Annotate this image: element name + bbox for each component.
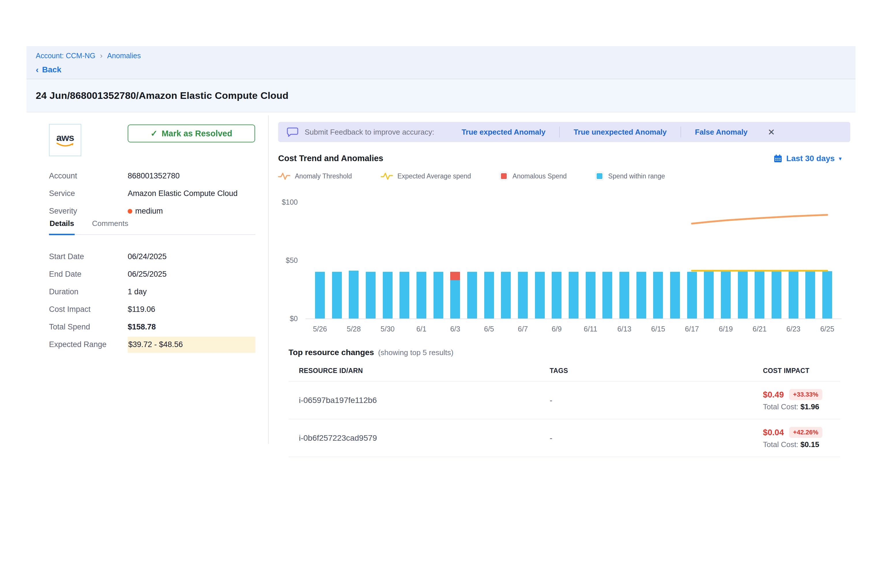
x-axis-tick: 6/19	[719, 325, 733, 333]
tab-comments[interactable]: Comments	[92, 219, 129, 234]
resource-id: i-0b6f257223cad9579	[299, 434, 550, 443]
x-axis-tick: 5/30	[381, 325, 394, 333]
x-axis-tick: 6/9	[552, 325, 562, 333]
x-axis-tick: 6/1	[417, 325, 427, 333]
cost-trend-chart: $100 $50 $0 5/265/285/306/16/36/56/76/96…	[278, 188, 850, 338]
summary-row-service: Service Amazon Elastic Compute Cloud	[49, 185, 255, 202]
x-axis-tick: 6/3	[450, 325, 460, 333]
detail-tabs: Details Comments	[49, 219, 255, 235]
resource-cost-impact: $0.04 +42.26% Total Cost: $0.15	[763, 427, 840, 449]
panel-divider	[268, 115, 268, 444]
back-arrow-icon: ‹	[36, 65, 39, 75]
blue-square-icon	[596, 172, 604, 180]
x-axis-tick: 6/23	[786, 325, 800, 333]
x-axis-tick: 6/17	[685, 325, 699, 333]
caret-down-icon: ▾	[839, 155, 842, 162]
close-icon[interactable]: ✕	[768, 127, 775, 137]
anomaly-detail-page: Account: CCM-NG › Anomalies ‹ Back 24 Ju…	[0, 0, 882, 588]
top-resource-changes: Top resource changes (showing top 5 resu…	[288, 348, 840, 457]
chart-plot: 5/265/285/306/16/36/56/76/96/116/136/156…	[306, 202, 842, 318]
chart-title: Cost Trend and Anomalies	[278, 154, 383, 163]
table-row: i-06597ba197fe112b6 - $0.49 +33.33% Tota…	[288, 382, 840, 419]
x-axis-tick: 6/7	[518, 325, 528, 333]
tab-details[interactable]: Details	[49, 219, 75, 235]
resource-tags: -	[550, 396, 763, 405]
calendar-icon	[774, 154, 782, 163]
resources-title: Top resource changes	[288, 348, 374, 357]
impact-percent-badge: +42.26%	[789, 427, 822, 438]
detail-row-expected-range: Expected Range $39.72 - $48.56	[49, 336, 255, 353]
y-axis-tick: $100	[278, 198, 298, 206]
detail-row-cost-impact: Cost Impact $119.06	[49, 301, 255, 318]
x-axis-line	[306, 318, 842, 319]
summary-list: Account 868001352780 Service Amazon Elas…	[49, 167, 255, 220]
chart-header: Cost Trend and Anomalies Last 30 days ▾	[278, 154, 850, 163]
breadcrumb-band: Account: CCM-NG › Anomalies ‹ Back	[27, 46, 855, 79]
anomaly-threshold-line	[692, 215, 827, 224]
mark-as-resolved-button[interactable]: ✓ Mark as Resolved	[128, 124, 255, 142]
resources-table: RESOURCE ID/ARN TAGS COST IMPACT i-06597…	[288, 367, 840, 457]
summary-row-severity: Severity medium	[49, 202, 255, 220]
detail-row-start-date: Start Date 06/24/2025	[49, 248, 255, 266]
chart-legend: Anomaly Threshold Expected Average spend…	[278, 172, 850, 180]
legend-expected-average-spend[interactable]: Expected Average spend	[381, 172, 471, 180]
trend-panel: Submit Feedback to improve accuracy: Tru…	[278, 115, 850, 457]
red-square-icon	[500, 172, 508, 180]
page-title: 24 Jun/868001352780/Amazon Elastic Compu…	[36, 90, 288, 101]
resource-cost-impact: $0.49 +33.33% Total Cost: $1.96	[763, 389, 840, 411]
feedback-bar: Submit Feedback to improve accuracy: Tru…	[278, 122, 850, 142]
x-axis-tick: 5/26	[313, 325, 327, 333]
feedback-divider	[681, 126, 681, 138]
detail-row-end-date: End Date 06/25/2025	[49, 266, 255, 283]
aws-provider-icon: aws	[49, 124, 81, 156]
detail-row-total-spend: Total Spend $158.78	[49, 318, 255, 336]
feedback-false-anomaly-button[interactable]: False Anomaly	[695, 128, 748, 136]
severity-dot-icon	[128, 209, 132, 214]
aws-smile-icon	[56, 142, 74, 148]
trend-lines	[306, 202, 842, 318]
pulse-line-yellow-icon	[381, 172, 393, 180]
breadcrumb-account-link[interactable]: Account: CCM-NG	[36, 52, 95, 60]
breadcrumb: Account: CCM-NG › Anomalies	[36, 51, 846, 60]
x-axis-tick: 6/5	[484, 325, 494, 333]
x-axis-tick: 6/15	[651, 325, 665, 333]
summary-row-account: Account 868001352780	[49, 167, 255, 185]
impact-percent-badge: +33.33%	[789, 389, 822, 400]
x-axis-tick: 6/13	[617, 325, 632, 333]
back-label: Back	[42, 65, 62, 74]
x-axis-tick: 6/25	[820, 325, 834, 333]
details-list: Start Date 06/24/2025 End Date 06/25/202…	[49, 248, 255, 353]
breadcrumb-anomalies-link[interactable]: Anomalies	[107, 52, 141, 60]
detail-row-duration: Duration 1 day	[49, 283, 255, 301]
col-cost-impact: COST IMPACT	[763, 367, 840, 375]
legend-spend-within-range[interactable]: Spend within range	[596, 172, 665, 180]
check-icon: ✓	[150, 129, 158, 138]
back-button[interactable]: ‹ Back	[36, 65, 846, 75]
title-band: 24 Jun/868001352780/Amazon Elastic Compu…	[27, 79, 855, 112]
legend-anomalous-spend[interactable]: Anomalous Spend	[500, 172, 567, 180]
x-axis-tick: 5/28	[347, 325, 361, 333]
pulse-line-orange-icon	[278, 172, 290, 180]
feedback-divider	[559, 126, 560, 138]
feedback-true-expected-button[interactable]: True expected Anomaly	[462, 128, 545, 136]
resources-subtitle: (showing top 5 results)	[378, 348, 454, 357]
col-tags: TAGS	[550, 367, 763, 375]
legend-anomaly-threshold[interactable]: Anomaly Threshold	[278, 172, 352, 180]
y-axis-tick: $0	[278, 315, 298, 323]
table-row: i-0b6f257223cad9579 - $0.04 +42.26% Tota…	[288, 419, 840, 457]
comment-bubble-icon	[287, 127, 298, 137]
col-resource-id: RESOURCE ID/ARN	[299, 367, 550, 375]
resource-tags: -	[550, 434, 763, 443]
expected-range-highlight: $39.72 - $48.56	[128, 337, 255, 353]
x-axis-tick: 6/11	[584, 325, 597, 333]
y-axis-tick: $50	[278, 256, 298, 265]
date-range-selector[interactable]: Last 30 days ▾	[774, 154, 842, 163]
feedback-true-unexpected-button[interactable]: True unexpected Anomaly	[574, 128, 667, 136]
feedback-prompt: Submit Feedback to improve accuracy:	[304, 128, 434, 136]
resource-id: i-06597ba197fe112b6	[299, 396, 550, 405]
chevron-right-icon: ›	[100, 51, 103, 60]
severity-badge: medium	[128, 207, 163, 216]
x-axis-tick: 6/21	[753, 325, 767, 333]
resources-table-header: RESOURCE ID/ARN TAGS COST IMPACT	[288, 367, 840, 382]
